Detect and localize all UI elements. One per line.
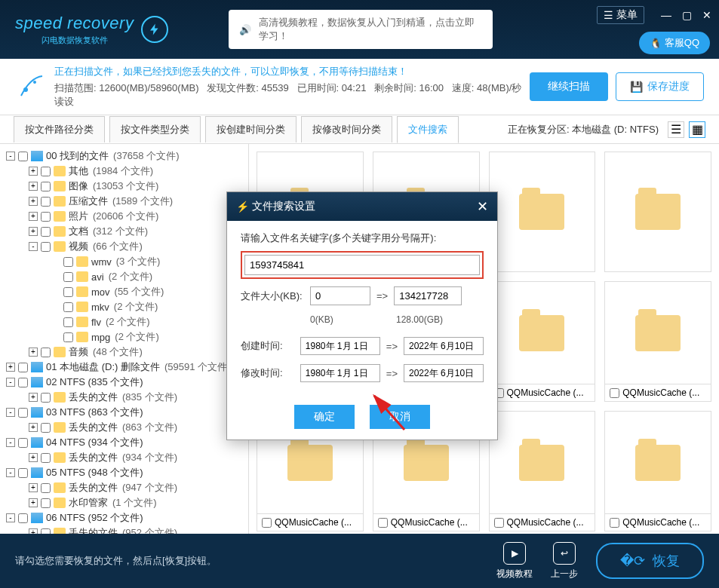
recover-button[interactable]: �⟳ 恢复 <box>596 543 704 579</box>
node-checkbox[interactable] <box>41 167 51 176</box>
node-checkbox[interactable] <box>41 197 51 207</box>
qq-support-button[interactable]: 🐧 客服QQ <box>639 32 710 54</box>
size-from-input[interactable] <box>310 286 370 305</box>
node-checkbox[interactable] <box>41 348 51 357</box>
modify-from-input[interactable] <box>300 364 380 382</box>
tree-node[interactable]: +水印管家(1 个文件) <box>3 495 245 510</box>
expand-icon[interactable]: + <box>6 363 15 372</box>
tree-node[interactable]: mkv(2 个文件) <box>3 299 245 314</box>
thumbnail-item[interactable] <box>489 152 596 272</box>
node-checkbox[interactable] <box>18 152 28 161</box>
thumb-checkbox[interactable] <box>378 518 388 528</box>
thumb-checkbox[interactable] <box>610 518 619 528</box>
save-progress-button[interactable]: 💾 保存进度 <box>616 72 704 101</box>
tree-node[interactable]: -06 NTFS (952 个文件) <box>3 510 245 525</box>
expand-icon[interactable]: + <box>29 498 38 507</box>
grid-view-icon[interactable]: ▦ <box>689 121 705 138</box>
node-checkbox[interactable] <box>41 393 51 403</box>
tree-node[interactable]: flv(2 个文件) <box>3 314 245 329</box>
tree-node[interactable]: +文档(312 个文件) <box>3 224 245 239</box>
node-checkbox[interactable] <box>63 332 73 342</box>
tree-node[interactable]: mov(55 个文件) <box>3 284 245 299</box>
close-button[interactable]: ✕ <box>702 9 711 21</box>
expand-icon[interactable]: + <box>29 453 38 462</box>
expand-icon[interactable]: - <box>6 408 15 417</box>
tree-node[interactable]: +其他(1984 个文件) <box>3 164 245 179</box>
tree-node[interactable]: -视频(66 个文件) <box>3 239 245 254</box>
tree-node[interactable]: +丢失的文件(835 个文件) <box>3 390 245 405</box>
expand-icon[interactable]: + <box>29 182 38 191</box>
tab-by-path[interactable]: 按文件路径分类 <box>14 116 105 142</box>
node-checkbox[interactable] <box>18 408 28 418</box>
tree-node[interactable]: +压缩文件(1589 个文件) <box>3 194 245 209</box>
tree-node[interactable]: -05 NTFS (948 个文件) <box>3 465 245 480</box>
node-checkbox[interactable] <box>41 453 51 463</box>
tab-file-search[interactable]: 文件搜索 <box>397 116 459 143</box>
thumbnail-item[interactable]: QQMusicCache (... <box>489 411 596 531</box>
minimize-button[interactable]: — <box>661 9 671 21</box>
node-checkbox[interactable] <box>41 498 51 508</box>
size-to-input[interactable] <box>394 286 462 305</box>
tutorial-banner[interactable]: 🔊 高清视频教程，数据恢复从入门到精通，点击立即学习！ <box>229 10 493 49</box>
tree-node[interactable]: +照片(20606 个文件) <box>3 209 245 224</box>
create-from-input[interactable] <box>300 337 380 355</box>
expand-icon[interactable]: - <box>6 468 15 477</box>
tab-by-create-time[interactable]: 按创建时间分类 <box>205 116 297 142</box>
tree-node[interactable]: +音频(48 个文件) <box>3 345 245 360</box>
tree-node[interactable]: -04 NTFS (934 个文件) <box>3 435 245 450</box>
expand-icon[interactable]: + <box>29 197 38 206</box>
tree-node[interactable]: wmv(3 个文件) <box>3 254 245 269</box>
video-tutorial-button[interactable]: ▶ 视频教程 <box>496 542 533 580</box>
tree-node[interactable]: +丢失的文件(863 个文件) <box>3 420 245 435</box>
expand-icon[interactable]: - <box>6 513 15 522</box>
node-checkbox[interactable] <box>41 182 51 191</box>
expand-icon[interactable]: + <box>29 212 38 221</box>
dialog-close-button[interactable]: ✕ <box>477 198 488 215</box>
thumbnail-item[interactable]: QQMusicCache (... <box>604 411 711 531</box>
node-checkbox[interactable] <box>41 483 51 493</box>
node-checkbox[interactable] <box>63 302 73 312</box>
node-checkbox[interactable] <box>18 378 28 387</box>
expand-icon[interactable]: - <box>6 152 15 161</box>
expand-icon[interactable]: + <box>29 423 38 432</box>
node-checkbox[interactable] <box>41 242 51 252</box>
expand-icon[interactable]: - <box>6 438 15 447</box>
back-button[interactable]: ↩ 上一步 <box>551 542 578 580</box>
thumb-checkbox[interactable] <box>494 518 504 528</box>
expand-icon[interactable]: - <box>29 242 38 251</box>
thumbnail-item[interactable]: QQMusicCache (... <box>489 281 596 402</box>
node-checkbox[interactable] <box>18 468 28 478</box>
node-checkbox[interactable] <box>41 423 51 433</box>
list-view-icon[interactable]: ☰ <box>668 121 684 138</box>
cancel-button[interactable]: 取消 <box>370 405 430 429</box>
expand-icon[interactable]: + <box>29 227 38 236</box>
keyword-input[interactable] <box>244 255 480 275</box>
thumb-checkbox[interactable] <box>262 518 272 528</box>
tab-by-modify-time[interactable]: 按修改时间分类 <box>301 116 392 142</box>
node-checkbox[interactable] <box>18 513 28 523</box>
maximize-button[interactable]: ▢ <box>682 9 692 21</box>
tree-node[interactable]: +丢失的文件(947 个文件) <box>3 480 245 495</box>
expand-icon[interactable]: + <box>29 483 38 492</box>
expand-icon[interactable]: + <box>29 393 38 402</box>
node-checkbox[interactable] <box>63 287 73 297</box>
tree-node[interactable]: -02 NTFS (835 个文件) <box>3 375 245 390</box>
thumbnail-item[interactable]: QQMusicCache (... <box>604 281 711 402</box>
tree-node[interactable]: -03 NTFS (863 个文件) <box>3 405 245 420</box>
node-checkbox[interactable] <box>63 272 73 282</box>
expand-icon[interactable]: + <box>29 348 38 357</box>
node-checkbox[interactable] <box>63 317 73 327</box>
node-checkbox[interactable] <box>41 212 51 222</box>
menu-button[interactable]: ☰ 菜单 <box>597 6 644 24</box>
tree-node[interactable]: -00 找到的文件(37658 个文件) <box>3 149 245 164</box>
ok-button[interactable]: 确定 <box>294 405 355 429</box>
expand-icon[interactable]: - <box>6 378 15 387</box>
node-checkbox[interactable] <box>18 438 28 448</box>
tree-node[interactable]: avi(2 个文件) <box>3 269 245 284</box>
thumbnail-item[interactable] <box>604 152 711 272</box>
tree-node[interactable]: +01 本地磁盘 (D:) 删除文件(59591 个文件) <box>3 360 245 375</box>
continue-scan-button[interactable]: 继续扫描 <box>530 72 608 101</box>
node-checkbox[interactable] <box>41 227 51 237</box>
dialog-title-bar[interactable]: ⚡ 文件搜索设置 ✕ <box>227 192 497 221</box>
thumb-checkbox[interactable] <box>610 388 619 398</box>
